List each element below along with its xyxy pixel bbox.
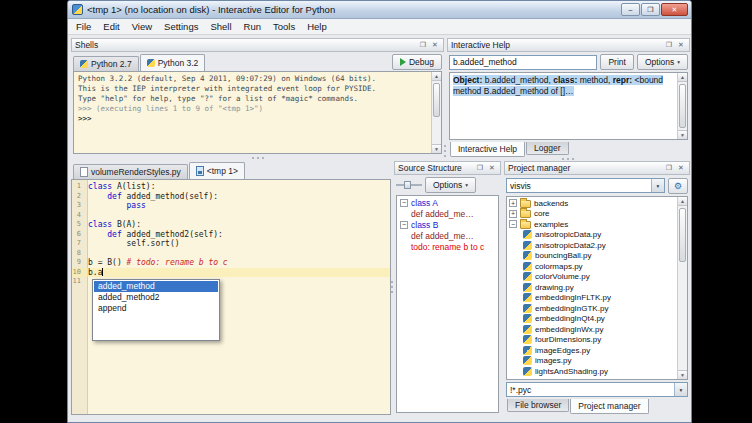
scrollbar-thumb[interactable] — [433, 83, 440, 117]
help-dock-tab[interactable]: Interactive Help — [450, 142, 525, 157]
menu-item-shell[interactable]: Shell — [204, 20, 237, 33]
help-options-button[interactable]: Options ▾ — [637, 54, 688, 70]
maximize-button[interactable]: ❐ — [641, 3, 660, 16]
structure-item[interactable]: def added_me… — [397, 208, 498, 219]
scrollbar-thumb[interactable] — [679, 208, 686, 262]
tree-item[interactable]: drawing.py — [507, 282, 675, 293]
source-structure-tree[interactable]: −class Adef added_me…−class Bdef added_m… — [396, 195, 499, 413]
scroll-down-icon[interactable]: ▼ — [678, 130, 687, 139]
expander-icon[interactable]: − — [509, 220, 517, 228]
source-structure-titlebar[interactable]: Source Structure ❐ ✕ — [394, 161, 501, 175]
code-line[interactable]: 8 — [72, 249, 390, 259]
file-filter-select[interactable]: !*.pyc ▾ — [506, 382, 688, 397]
scroll-down-icon[interactable]: ▼ — [432, 144, 441, 153]
float-icon[interactable]: ❐ — [475, 164, 485, 172]
tree-item[interactable]: embeddingInFLTK.py — [507, 293, 675, 304]
menu-item-help[interactable]: Help — [301, 20, 333, 33]
code-line[interactable]: 3 pass — [72, 201, 390, 211]
expander-icon[interactable]: + — [509, 210, 517, 218]
editor-tab[interactable]: <tmp 1> — [189, 162, 245, 179]
tree-item[interactable]: embeddingInGTK.py — [507, 303, 675, 314]
code-line[interactable]: 6 def added_method2(self): — [72, 230, 390, 240]
help-query-input[interactable] — [449, 55, 597, 70]
shells-panel-titlebar[interactable]: Shells ❐ ✕ — [71, 38, 444, 52]
close-icon[interactable]: ✕ — [676, 164, 686, 172]
splitter-handle[interactable] — [556, 157, 580, 160]
float-icon[interactable]: ❐ — [664, 164, 674, 172]
close-button[interactable]: ✕ — [661, 3, 688, 16]
tree-item[interactable]: anisotropicData2.py — [507, 240, 675, 251]
tree-item[interactable]: colorVolume.py — [507, 272, 675, 283]
shell-tab[interactable]: Python 3.2 — [140, 54, 206, 71]
menu-item-settings[interactable]: Settings — [158, 20, 204, 33]
structure-item[interactable]: −class B — [397, 219, 498, 230]
code-line[interactable]: 1class A(list): — [72, 182, 390, 192]
project-manager-titlebar[interactable]: Project manager ❐ ✕ — [504, 161, 690, 175]
tree-item[interactable]: imageEdges.py — [507, 345, 675, 356]
scrollbar-thumb[interactable] — [679, 84, 686, 128]
code-line[interactable]: 5class B(A): — [72, 220, 390, 230]
code-line[interactable]: 9b = B() # todo: rename b to c — [72, 258, 390, 268]
tree-item[interactable]: anisotropicData.py — [507, 230, 675, 241]
slider-handle[interactable] — [404, 181, 411, 189]
help-result-area[interactable]: Object: b.added_method, class: method, r… — [449, 72, 688, 140]
expander-icon[interactable]: + — [509, 199, 517, 207]
code-editor[interactable]: 1class A(list):2 def added_method(self):… — [71, 179, 391, 415]
splitter-handle[interactable] — [390, 275, 394, 299]
depth-slider[interactable] — [396, 180, 422, 190]
shell-scrollbar[interactable]: ▲ ▼ — [431, 72, 441, 153]
menu-item-edit[interactable]: Edit — [97, 20, 125, 33]
collapse-icon[interactable]: − — [400, 199, 408, 207]
tree-item[interactable]: embeddingInWx.py — [507, 324, 675, 335]
chevron-down-icon[interactable]: ▾ — [674, 383, 687, 396]
help-scrollbar[interactable]: ▲ ▼ — [677, 73, 687, 139]
help-dock-tab[interactable]: Logger — [526, 142, 568, 155]
tree-item[interactable]: lightsAndShading.py — [507, 366, 675, 377]
title-bar[interactable]: <tmp 1> (no location on disk) - Interact… — [68, 1, 691, 19]
close-icon[interactable]: ✕ — [676, 41, 686, 49]
tool-dock-tab[interactable]: File browser — [507, 399, 569, 412]
project-tree-scrollbar[interactable]: ▲ ▼ — [677, 197, 687, 379]
minimize-button[interactable]: – — [621, 3, 640, 16]
tree-item[interactable]: embeddingInQt4.py — [507, 314, 675, 325]
tree-item[interactable]: colormaps.py — [507, 261, 675, 272]
structure-item[interactable]: −class A — [397, 197, 498, 208]
tree-item[interactable]: +core — [507, 209, 675, 220]
chevron-down-icon[interactable]: ▾ — [651, 179, 664, 192]
menu-item-run[interactable]: Run — [238, 20, 267, 33]
scroll-up-icon[interactable]: ▲ — [432, 72, 441, 81]
collapse-icon[interactable]: − — [400, 221, 408, 229]
tree-item[interactable]: −examples — [507, 219, 675, 230]
scroll-down-icon[interactable]: ▼ — [678, 370, 687, 379]
tree-item[interactable]: images.py — [507, 356, 675, 367]
tree-item[interactable]: bouncingBall.py — [507, 251, 675, 262]
project-config-button[interactable]: ⚙ — [668, 178, 688, 194]
shell-tab[interactable]: Python 2.7 — [73, 56, 139, 71]
menu-item-file[interactable]: File — [70, 20, 97, 33]
debug-button[interactable]: Debug — [392, 54, 442, 70]
code-line[interactable]: 10b.a — [72, 268, 390, 278]
tree-item[interactable]: fourDimensions.py — [507, 335, 675, 346]
code-line[interactable]: 4 — [72, 211, 390, 221]
tree-item[interactable]: +backends — [507, 198, 675, 209]
splitter-handle[interactable] — [443, 139, 447, 163]
float-icon[interactable]: ❐ — [418, 41, 428, 49]
autocomplete-item[interactable]: added_method2 — [94, 292, 218, 303]
structure-item[interactable]: todo: rename b to c — [397, 241, 498, 252]
code-line[interactable]: 2 def added_method(self): — [72, 192, 390, 202]
interactive-help-titlebar[interactable]: Interactive Help ❐ ✕ — [447, 38, 690, 52]
scroll-up-icon[interactable]: ▲ — [678, 73, 687, 82]
autocomplete-item[interactable]: added_method — [94, 281, 218, 292]
code-line[interactable]: 7 self.sort() — [72, 239, 390, 249]
scroll-up-icon[interactable]: ▲ — [678, 197, 687, 206]
close-icon[interactable]: ✕ — [487, 164, 497, 172]
float-icon[interactable]: ❐ — [664, 41, 674, 49]
project-select[interactable]: visvis ▾ — [506, 178, 665, 193]
print-button[interactable]: Print — [600, 54, 633, 70]
menu-item-view[interactable]: View — [126, 20, 158, 33]
splitter-handle[interactable] — [246, 156, 270, 160]
shell-output[interactable]: Python 3.2.2 (default, Sep 4 2011, 09:07… — [73, 71, 442, 154]
autocomplete-item[interactable]: append — [94, 303, 218, 314]
menu-item-tools[interactable]: Tools — [267, 20, 301, 33]
editor-tab[interactable]: volumeRenderStyles.py — [73, 164, 188, 179]
